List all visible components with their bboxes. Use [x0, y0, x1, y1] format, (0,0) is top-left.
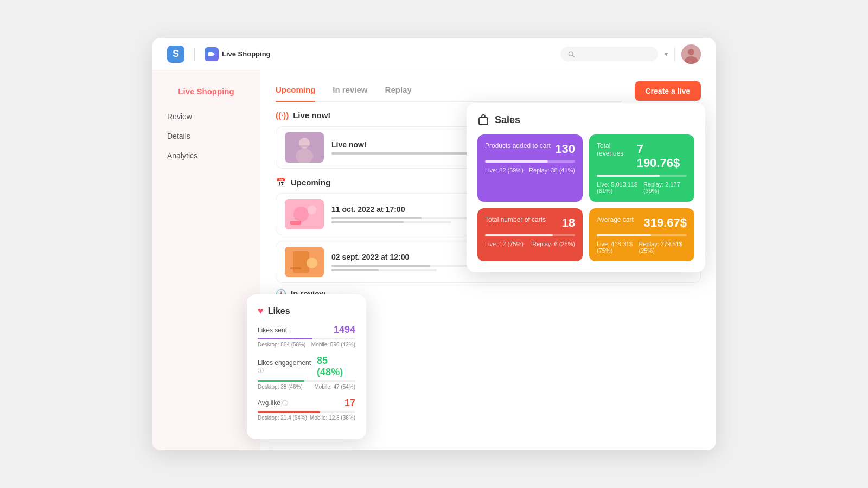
- upcoming-thumb-2: [285, 247, 324, 277]
- card-live-2: Live: 5,013,11$ (61%): [597, 181, 643, 194]
- svg-marker-1: [213, 53, 215, 56]
- likes-sent-row: Likes sent 1494 Desktop: 864 (58%) Mobil…: [258, 324, 355, 348]
- likes-sent-desktop: Desktop: 864 (58%): [258, 342, 305, 348]
- sales-popup: Sales Products added to cart 130 Live: 8…: [467, 103, 705, 272]
- svg-rect-0: [208, 52, 213, 56]
- likes-engagement-label: Likes engagement ⓘ: [258, 359, 317, 375]
- live-shopping-icon: [205, 47, 219, 61]
- svg-point-17: [307, 258, 317, 268]
- logo-s-icon: S: [167, 46, 184, 63]
- sidebar: Live Shopping Review Details Analytics: [152, 70, 260, 450]
- tab-upcoming[interactable]: Upcoming: [276, 85, 315, 101]
- sales-card-total-carts: Total number of carts 18 Live: 12 (75%) …: [477, 208, 583, 261]
- sales-card-added-to-cart: Products added to cart 130 Live: 82 (59%…: [477, 134, 583, 202]
- svg-point-5: [688, 49, 694, 55]
- likes-sent-value: 1494: [334, 324, 355, 336]
- card-replay-3: Replay: 6 (25%): [532, 241, 575, 247]
- svg-point-13: [308, 206, 316, 214]
- info-icon-2: ⓘ: [282, 400, 288, 406]
- svg-rect-18: [290, 267, 301, 269]
- search-bar[interactable]: [560, 47, 658, 61]
- live-now-bar-fill: [331, 152, 483, 155]
- sales-title: Sales: [477, 114, 694, 126]
- likes-engagement-mobile: Mobile: 47 (54%): [314, 384, 355, 390]
- search-input[interactable]: [579, 50, 650, 58]
- thumbnail-image: [285, 132, 324, 163]
- create-live-button[interactable]: Create a live: [635, 81, 701, 101]
- top-bar-right: ▾: [560, 44, 701, 64]
- vertical-divider: [674, 47, 675, 62]
- live-now-thumbnail: [285, 132, 324, 163]
- avg-like-row: Avg.like ⓘ 17 Desktop: 21.4 (64%) Mobile…: [258, 397, 355, 421]
- svg-line-3: [572, 55, 574, 57]
- card-live-4: Live: 418.31$ (75%): [597, 241, 639, 254]
- calendar-icon: 📅: [276, 177, 286, 188]
- card-value-3: 18: [562, 216, 575, 230]
- info-icon-1: ⓘ: [258, 367, 264, 374]
- upcoming-thumb-1: [285, 199, 324, 229]
- card-replay-1: Replay: 38 (41%): [529, 167, 575, 174]
- bag-icon: [477, 114, 489, 126]
- tab-replay[interactable]: Replay: [385, 85, 412, 101]
- upcoming-bar-2b: [331, 269, 437, 271]
- upcoming-bar-fill-1: [331, 217, 422, 219]
- dropdown-chevron-icon[interactable]: ▾: [665, 50, 668, 58]
- card-label-2: Total revenues: [597, 142, 637, 157]
- sidebar-nav: Review Details Analytics: [152, 107, 260, 165]
- upcoming-label: Upcoming: [291, 178, 330, 187]
- likes-engagement-value: 85 (48%): [317, 355, 355, 378]
- card-value-2: 7 190.76$: [637, 142, 687, 170]
- sidebar-title: Live Shopping: [152, 81, 260, 107]
- likes-title: ♥ Likes: [258, 305, 355, 317]
- avg-like-label: Avg.like ⓘ: [258, 399, 288, 407]
- live-shopping-label: Live Shopping: [222, 50, 271, 58]
- sidebar-item-analytics[interactable]: Analytics: [152, 146, 260, 165]
- sales-card-total-revenues: Total revenues 7 190.76$ Live: 5,013,11$…: [589, 134, 694, 202]
- svg-rect-14: [290, 221, 301, 225]
- svg-rect-19: [479, 118, 488, 125]
- likes-sent-label: Likes sent: [258, 326, 287, 334]
- heart-icon: ♥: [258, 305, 264, 317]
- likes-sent-mobile: Mobile: 590 (42%): [311, 342, 355, 348]
- logo-area: S Live Shopping: [167, 46, 271, 63]
- avatar-icon: [681, 44, 701, 64]
- avg-like-desktop: Desktop: 21.4 (64%): [258, 415, 307, 421]
- card-live-3: Live: 12 (75%): [485, 241, 524, 247]
- upcoming-bar-1b: [331, 221, 451, 223]
- sales-grid: Products added to cart 130 Live: 82 (59%…: [477, 134, 694, 261]
- logo-live: Live Shopping: [205, 47, 271, 61]
- likes-popup: ♥ Likes Likes sent 1494 Desktop: 864 (58…: [247, 294, 366, 439]
- card-replay-4: Replay: 279.51$ (25%): [639, 241, 687, 254]
- main-layout: Live Shopping Review Details Analytics U…: [152, 70, 716, 450]
- card-replay-2: Replay: 2,177 (39%): [643, 181, 687, 194]
- sidebar-item-review[interactable]: Review: [152, 107, 260, 126]
- card-value-4: 319.67$: [643, 216, 687, 230]
- live-wave-icon: ((·)): [276, 111, 289, 120]
- tabs: Upcoming In review Replay: [276, 85, 622, 102]
- app-window: S Live Shopping ▾: [152, 38, 716, 450]
- tab-in-review[interactable]: In review: [333, 85, 367, 101]
- top-bar: S Live Shopping ▾: [152, 38, 716, 70]
- search-icon: [568, 50, 575, 58]
- sales-card-avg-cart: Average cart 319.67$ Live: 418.31$ (75%)…: [589, 208, 694, 261]
- likes-engagement-desktop: Desktop: 38 (46%): [258, 384, 303, 390]
- svg-point-12: [293, 207, 309, 222]
- avg-like-value: 17: [344, 397, 355, 409]
- avg-like-mobile: Mobile: 12.8 (36%): [310, 415, 355, 421]
- upcoming-bar-fill-1b: [331, 221, 404, 223]
- card-value-1: 130: [555, 142, 575, 156]
- card-label-1: Products added to cart: [485, 142, 551, 150]
- card-label-3: Total number of carts: [485, 216, 546, 223]
- logo-divider: [194, 48, 195, 61]
- thumb-2-image: [285, 247, 324, 277]
- upcoming-bar-fill-2: [331, 265, 430, 267]
- thumb-1-image: [285, 199, 324, 229]
- upcoming-bar-fill-2b: [331, 269, 379, 271]
- card-live-1: Live: 82 (59%): [485, 167, 524, 174]
- live-now-label: Live now!: [293, 111, 330, 120]
- likes-engagement-row: Likes engagement ⓘ 85 (48%) Desktop: 38 …: [258, 355, 355, 390]
- svg-rect-10: [296, 145, 313, 147]
- card-label-4: Average cart: [597, 216, 634, 223]
- sidebar-item-details[interactable]: Details: [152, 126, 260, 146]
- avatar[interactable]: [681, 44, 701, 64]
